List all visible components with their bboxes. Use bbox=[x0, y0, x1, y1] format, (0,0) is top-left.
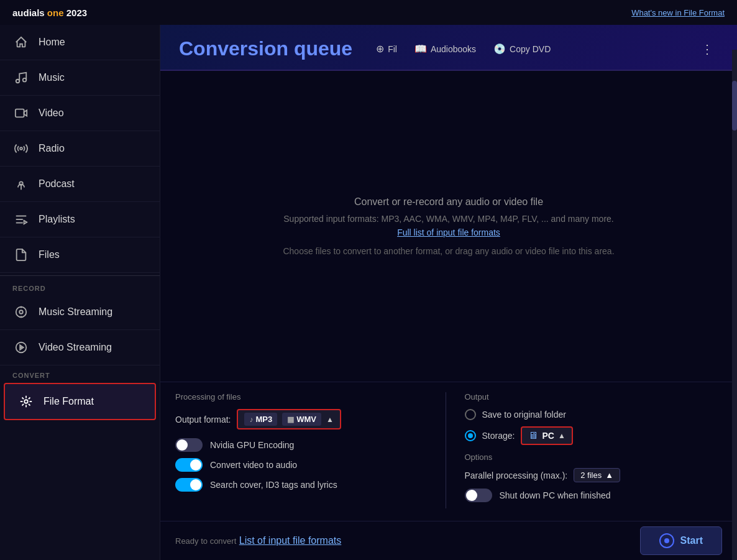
sidebar-item-radio[interactable]: Radio bbox=[0, 131, 160, 167]
record-section-label: RECORD bbox=[0, 278, 160, 295]
copy-dvd-icon: 💿 bbox=[493, 43, 506, 55]
files-arrow-icon: ▲ bbox=[605, 470, 613, 480]
scrollbar-track[interactable] bbox=[732, 50, 737, 560]
sidebar-item-music-label: Music bbox=[39, 72, 65, 83]
save-original-radio[interactable] bbox=[465, 409, 476, 420]
sidebar-item-file-format-label: File Format bbox=[43, 396, 94, 407]
parallel-row: Parallel processing (max.): 2 files ▲ bbox=[465, 468, 723, 482]
podcast-icon bbox=[12, 175, 30, 193]
settings-columns: Processing of files Output format: ♪ MP3… bbox=[175, 392, 722, 508]
status-text-area: Ready to convert List of input file form… bbox=[175, 535, 341, 546]
sidebar-item-podcast-label: Podcast bbox=[39, 178, 75, 190]
sidebar-item-file-format[interactable]: File Format bbox=[4, 383, 156, 420]
storage-radio[interactable] bbox=[465, 430, 476, 441]
logo-text: audials bbox=[12, 7, 47, 18]
shutdown-toggle-row: Shut down PC when finished bbox=[465, 489, 723, 502]
save-original-label: Save to original folder bbox=[482, 410, 566, 420]
video-chip-icon: ▦ bbox=[287, 415, 294, 424]
options-title: Options bbox=[465, 452, 723, 462]
processing-section: Processing of files Output format: ♪ MP3… bbox=[175, 392, 446, 508]
search-cover-toggle-label: Search cover, ID3 tags and lyrics bbox=[210, 480, 337, 490]
audiobooks-label: Audiobooks bbox=[431, 44, 476, 54]
sidebar-item-files-label: Files bbox=[39, 249, 60, 260]
svg-point-0 bbox=[16, 80, 20, 83]
full-list-link[interactable]: Full list of input file formats bbox=[397, 227, 500, 237]
radio-icon bbox=[12, 140, 30, 157]
svg-point-1 bbox=[23, 78, 27, 82]
sidebar-item-playlists-label: Playlists bbox=[39, 214, 75, 225]
start-btn-label: Start bbox=[680, 535, 703, 546]
storage-pc-icon: 🖥 bbox=[528, 430, 538, 441]
music-icon bbox=[12, 69, 30, 86]
options-section: Options Parallel processing (max.): 2 fi… bbox=[465, 452, 723, 502]
output-format-row: Output format: ♪ MP3 ▦ WMV ▲ bbox=[175, 409, 433, 429]
sidebar-item-video-label: Video bbox=[39, 108, 64, 119]
sidebar-item-video[interactable]: Video bbox=[0, 96, 160, 131]
sidebar-divider bbox=[0, 275, 160, 276]
svg-marker-9 bbox=[24, 221, 27, 224]
convert-video-toggle[interactable] bbox=[175, 458, 203, 472]
sidebar-item-home-label: Home bbox=[39, 37, 65, 48]
convert-section-label: CONVERT bbox=[0, 365, 160, 382]
storage-label: Storage: bbox=[482, 431, 515, 441]
header-actions: ⊕ Fil 📖 Audiobooks 💿 Copy DVD bbox=[371, 40, 556, 58]
svg-point-17 bbox=[24, 400, 28, 403]
drop-zone-drag-text: Choose files to convert to another forma… bbox=[283, 246, 614, 256]
start-button[interactable]: Start bbox=[640, 526, 722, 555]
parallel-label: Parallel processing (max.): bbox=[465, 470, 568, 480]
shutdown-toggle-label: Shut down PC when finished bbox=[500, 490, 611, 500]
scrollbar-thumb[interactable] bbox=[732, 81, 737, 131]
copy-dvd-label: Copy DVD bbox=[510, 44, 551, 54]
copy-dvd-button[interactable]: 💿 Copy DVD bbox=[488, 40, 556, 58]
svg-point-10 bbox=[16, 307, 27, 318]
storage-row: Storage: 🖥 PC ▲ bbox=[465, 426, 723, 445]
nvidia-toggle[interactable] bbox=[175, 438, 203, 452]
svg-point-11 bbox=[19, 310, 23, 314]
sidebar-item-video-streaming-label: Video Streaming bbox=[39, 342, 112, 353]
content-area: Conversion queue ⊕ Fil 📖 Audiobooks 💿 Co… bbox=[160, 25, 737, 560]
storage-value: PC bbox=[542, 431, 554, 441]
main-layout: Home Music Video Rad bbox=[0, 25, 737, 560]
shutdown-toggle[interactable] bbox=[465, 489, 492, 502]
sidebar-item-music[interactable]: Music bbox=[0, 60, 160, 96]
more-options-button[interactable]: ⋮ bbox=[696, 39, 718, 59]
files-value: 2 files bbox=[580, 470, 602, 480]
home-icon bbox=[12, 34, 30, 51]
sidebar: Home Music Video Rad bbox=[0, 25, 160, 560]
nvidia-toggle-row: Nvidia GPU Encoding bbox=[175, 438, 433, 452]
status-bar: Ready to convert List of input file form… bbox=[160, 521, 737, 560]
drop-zone-formats-text: Supported input formats: MP3, AAC, WMA, … bbox=[283, 214, 613, 224]
video-format-chip: ▦ WMV bbox=[282, 413, 321, 426]
output-title: Output bbox=[465, 392, 723, 402]
processing-title: Processing of files bbox=[175, 392, 433, 402]
output-options: Save to original folder Storage: 🖥 PC ▲ bbox=[465, 409, 723, 445]
sidebar-item-playlists[interactable]: Playlists bbox=[0, 202, 160, 237]
svg-point-3 bbox=[20, 147, 22, 150]
sidebar-item-podcast[interactable]: Podcast bbox=[0, 167, 160, 202]
svg-point-16 bbox=[21, 347, 22, 348]
audio-chip-icon: ♪ bbox=[249, 415, 253, 424]
storage-selector[interactable]: 🖥 PC ▲ bbox=[521, 426, 572, 445]
start-circle-icon bbox=[659, 533, 674, 548]
sidebar-item-home[interactable]: Home bbox=[0, 25, 160, 60]
sidebar-item-radio-label: Radio bbox=[39, 143, 65, 154]
video-icon bbox=[12, 104, 30, 122]
files-selector[interactable]: 2 files ▲ bbox=[574, 468, 620, 482]
audio-format-value: MP3 bbox=[255, 415, 272, 424]
sidebar-item-files[interactable]: Files bbox=[0, 237, 160, 273]
search-cover-toggle-row: Search cover, ID3 tags and lyrics bbox=[175, 478, 433, 492]
files-icon bbox=[12, 246, 30, 264]
list-formats-link[interactable]: List of input file formats bbox=[239, 535, 342, 546]
drop-zone[interactable]: Convert or re-record any audio or video … bbox=[160, 71, 737, 382]
drop-zone-main-text: Convert or re-record any audio or video … bbox=[354, 196, 543, 208]
whats-new-link[interactable]: What's new in File Format bbox=[631, 8, 725, 17]
format-selector[interactable]: ♪ MP3 ▦ WMV ▲ bbox=[237, 409, 341, 429]
settings-panel: Processing of files Output format: ♪ MP3… bbox=[160, 382, 737, 521]
add-file-button[interactable]: ⊕ Fil bbox=[371, 40, 402, 58]
sidebar-item-video-streaming[interactable]: Video Streaming bbox=[0, 330, 160, 365]
search-cover-toggle[interactable] bbox=[175, 478, 203, 492]
audiobooks-button[interactable]: 📖 Audiobooks bbox=[410, 40, 481, 58]
sidebar-item-music-streaming[interactable]: Music Streaming bbox=[0, 295, 160, 330]
add-file-label: Fil bbox=[388, 44, 397, 54]
output-section: Output Save to original folder Storage: bbox=[446, 392, 723, 508]
